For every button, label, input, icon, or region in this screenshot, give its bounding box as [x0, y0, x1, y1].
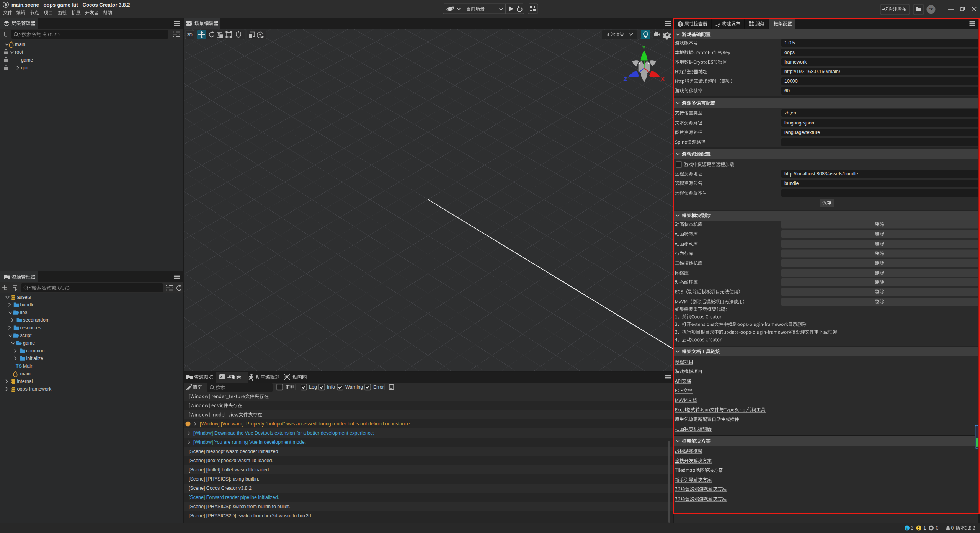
svg-text:Warning: Warning — [345, 384, 363, 390]
svg-text:root: root — [15, 49, 23, 55]
svg-text:gui: gui — [21, 65, 28, 70]
svg-text:3: 3 — [911, 525, 914, 531]
svg-text:game: game — [23, 340, 35, 346]
svg-text:[Scene] [PHYSICS]: switch from: [Scene] [PHYSICS]: switch from builtin t… — [189, 504, 290, 509]
svg-text:language/json: language/json — [784, 120, 814, 126]
svg-text:[Scene] [bullet]:bullet wasm l: [Scene] [bullet]:bullet wasm lib loaded. — [189, 467, 270, 473]
svg-text:[Window] You are running Vue i: [Window] You are running Vue in developm… — [193, 440, 306, 445]
svg-text:[Window] [Vue warn]: Property: [Window] [Vue warn]: Property "onInput" … — [200, 421, 411, 427]
svg-text:oops: oops — [784, 50, 795, 55]
svg-text:1.0.5: 1.0.5 — [784, 40, 795, 46]
svg-text:TS: TS — [16, 363, 22, 369]
svg-text:main: main — [20, 371, 31, 376]
svg-text:language/texture: language/texture — [784, 130, 820, 135]
svg-text:10000: 10000 — [784, 78, 798, 84]
svg-text:framework: framework — [784, 59, 807, 65]
svg-text:common: common — [26, 348, 45, 353]
svg-text:Error: Error — [373, 384, 384, 390]
svg-text:main: main — [15, 42, 25, 47]
svg-text:Log: Log — [309, 384, 317, 390]
svg-text:[Window] Download the Vue Devt: [Window] Download the Vue Devtools exten… — [193, 430, 374, 436]
svg-text:bundle: bundle — [20, 302, 35, 307]
svg-text:60: 60 — [784, 88, 790, 93]
svg-text:game: game — [21, 57, 33, 63]
svg-text:Info: Info — [327, 384, 335, 390]
svg-text:http://localhost:8083/assets/b: http://localhost:8083/assets/bundle — [784, 171, 858, 177]
svg-text:[Scene] Forward render pipelin: [Scene] Forward render pipeline initiali… — [189, 495, 279, 500]
svg-text:X: X — [661, 76, 665, 82]
svg-text:seedrandom: seedrandom — [23, 317, 50, 323]
svg-text:zh,en: zh,en — [784, 110, 796, 116]
svg-text:0: 0 — [951, 525, 954, 531]
svg-text:Z: Z — [624, 76, 627, 82]
svg-text:Y: Y — [642, 45, 646, 51]
svg-text:[Scene] Cocos Creator v3.8.2: [Scene] Cocos Creator v3.8.2 — [189, 486, 252, 491]
svg-text:[Scene] [PHYSICS]: using built: [Scene] [PHYSICS]: using builtin. — [189, 476, 259, 482]
svg-text:script: script — [20, 333, 32, 338]
svg-text:resources: resources — [20, 325, 41, 330]
svg-text:[Scene] meshopt wasm decoder i: [Scene] meshopt wasm decoder initialized — [189, 449, 278, 454]
svg-text:http://192.168.0.150/main/: http://192.168.0.150/main/ — [784, 69, 840, 74]
svg-text:libs: libs — [20, 310, 28, 315]
svg-text:assets: assets — [17, 294, 31, 300]
svg-text:1: 1 — [924, 525, 926, 531]
svg-text:bundle: bundle — [784, 181, 799, 186]
svg-text:initialize: initialize — [26, 356, 44, 361]
svg-text:oops-framework: oops-framework — [17, 386, 52, 392]
svg-text:i: i — [906, 526, 908, 530]
svg-text:0: 0 — [936, 525, 939, 531]
svg-text:main.scene - oops-game-kit - C: main.scene - oops-game-kit - Cocos Creat… — [11, 2, 130, 8]
svg-text:Main: Main — [23, 363, 33, 369]
svg-text:[Scene] [box2d]:box2d wasm lib: [Scene] [box2d]:box2d wasm lib loaded. — [189, 458, 273, 463]
svg-text:3D: 3D — [187, 33, 193, 37]
svg-text:internal: internal — [17, 379, 33, 384]
svg-text:?: ? — [929, 7, 933, 13]
svg-text:[Scene] [PHYSICS2D]: switch fr: [Scene] [PHYSICS2D]: switch from box2d-w… — [189, 513, 312, 518]
